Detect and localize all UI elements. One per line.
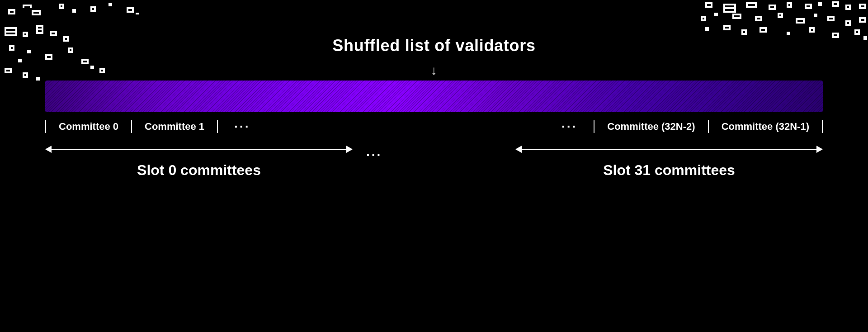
committee-dots-right: ··· — [545, 119, 594, 134]
slot-0-label: Slot 0 committees — [137, 162, 261, 179]
page-title: Shuffled list of validators — [45, 36, 823, 55]
committee-labels-row: Committee 0 Committee 1 ··· ··· Committe… — [45, 119, 823, 134]
divider-5 — [822, 120, 823, 133]
committee-label-1: Committee 1 — [132, 121, 217, 133]
main-content: Shuffled list of validators ↓ Committee … — [45, 36, 823, 179]
slot-0-arrow-line — [52, 149, 346, 150]
validator-bar — [45, 81, 823, 112]
slot-31-arrow — [515, 143, 823, 156]
committee-label-32n2: Committee (32N-2) — [594, 121, 708, 133]
down-arrow-icon: ↓ — [431, 64, 437, 77]
arrow-down-container: ↓ — [45, 64, 823, 77]
slot-middle-dots: ... — [353, 143, 396, 159]
slot-31-group: Slot 31 committees — [515, 143, 823, 179]
slot-0-arrow-left — [45, 146, 52, 153]
committee-label-32n1: Committee (32N-1) — [709, 121, 822, 133]
slot-31-arrow-line — [522, 149, 816, 150]
slot-0-arrow — [45, 143, 353, 156]
slot-0-group: Slot 0 committees — [45, 143, 353, 179]
slot-31-label: Slot 31 committees — [603, 162, 735, 179]
slot-0-arrow-right — [346, 146, 353, 153]
slot-arrows-row: Slot 0 committees ... Slot 31 committees — [45, 143, 823, 179]
slot-31-arrow-right — [816, 146, 823, 153]
slot-31-arrow-left — [515, 146, 522, 153]
committee-dots-left: ··· — [218, 119, 266, 134]
title-section: Shuffled list of validators — [45, 36, 823, 55]
committee-label-0: Committee 0 — [46, 121, 131, 133]
